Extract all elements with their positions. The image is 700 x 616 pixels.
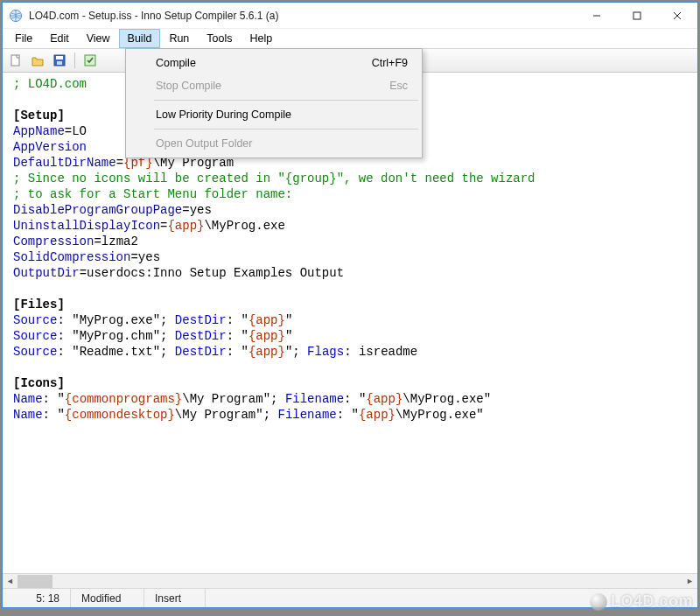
menu-item-shortcut: Esc: [389, 80, 408, 92]
window-title: LO4D.com - Setup.iss - Inno Setup Compil…: [29, 10, 577, 22]
scroll-right-arrow[interactable]: ►: [682, 574, 697, 589]
menu-item-label: Open Output Folder: [156, 137, 252, 150]
menubar: FileEditViewBuildRunToolsHelp: [3, 29, 697, 48]
minimize-button[interactable]: [577, 3, 617, 29]
menu-separator: [154, 100, 418, 101]
menu-item-compile[interactable]: CompileCtrl+F9: [128, 52, 420, 74]
scroll-thumb[interactable]: [18, 575, 52, 588]
menu-view[interactable]: View: [78, 29, 119, 48]
menu-item-label: Low Priority During Compile: [156, 108, 291, 121]
watermark: LO4D.com: [590, 592, 693, 611]
maximize-button[interactable]: [617, 3, 657, 29]
svg-rect-8: [57, 61, 62, 65]
menu-tools[interactable]: Tools: [198, 29, 241, 48]
menu-build[interactable]: Build: [119, 29, 161, 48]
watermark-text: LO4D.com: [611, 592, 693, 611]
menu-item-low-priority-during-compile[interactable]: Low Priority During Compile: [128, 103, 420, 126]
open-folder-button[interactable]: [28, 51, 47, 70]
toolbar-separator: [74, 52, 75, 68]
menu-separator: [154, 129, 418, 130]
svg-rect-7: [56, 56, 63, 60]
menu-help[interactable]: Help: [242, 29, 282, 48]
build-menu-dropdown: CompileCtrl+F9Stop CompileEscLow Priorit…: [125, 48, 423, 158]
app-icon: [9, 9, 23, 23]
globe-icon: [590, 593, 607, 611]
new-file-button[interactable]: [6, 51, 25, 70]
menu-edit[interactable]: Edit: [41, 29, 78, 48]
save-button[interactable]: [50, 51, 69, 70]
horizontal-scrollbar[interactable]: ◄ ►: [3, 573, 697, 588]
menu-item-label: Compile: [156, 57, 196, 69]
scroll-left-arrow[interactable]: ◄: [3, 574, 18, 589]
status-cursor-pos: 5: 18: [3, 589, 71, 607]
menu-file[interactable]: File: [6, 29, 41, 48]
menu-item-open-output-folder: Open Output Folder: [128, 132, 420, 155]
menu-item-stop-compile: Stop CompileEsc: [128, 74, 420, 97]
menu-item-shortcut: Ctrl+F9: [372, 57, 408, 69]
status-insert-mode: Insert: [144, 589, 206, 607]
titlebar: LO4D.com - Setup.iss - Inno Setup Compil…: [3, 3, 697, 29]
svg-rect-5: [11, 55, 19, 66]
status-modified: Modified: [71, 589, 144, 607]
compile-button[interactable]: [80, 51, 100, 70]
menu-item-label: Stop Compile: [156, 80, 221, 92]
close-button[interactable]: [657, 3, 697, 29]
menu-run[interactable]: Run: [160, 29, 198, 48]
svg-rect-2: [634, 12, 640, 19]
app-window: LO4D.com - Setup.iss - Inno Setup Compil…: [2, 2, 698, 608]
